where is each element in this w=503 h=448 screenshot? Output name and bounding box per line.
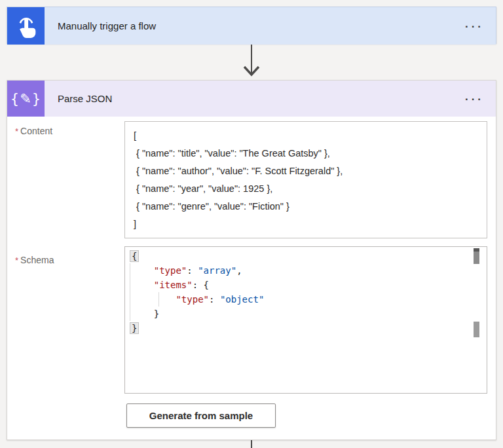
schema-code-line: "type": "object"	[132, 292, 264, 307]
indent-guide	[130, 263, 130, 321]
parse-json-card: {✎} Parse JSON ··· *Content [ { "name": …	[7, 80, 496, 440]
schema-code-line: "items": {	[132, 278, 264, 292]
generate-from-sample-button[interactable]: Generate from sample	[126, 403, 276, 428]
parse-json-card-header[interactable]: {✎} Parse JSON ···	[7, 81, 496, 117]
connector-line	[251, 440, 252, 448]
content-json-line: { "name": "author", "value": "F. Scott F…	[134, 162, 480, 180]
content-json-line: ]	[134, 215, 480, 233]
schema-editor[interactable]: { "type": "array", "items": { "type": "o…	[124, 246, 487, 394]
parse-json-title: Parse JSON	[58, 93, 112, 104]
schema-code-line: }	[132, 321, 264, 335]
content-json-line: [	[134, 127, 480, 145]
schema-scrollbar-thumb[interactable]	[474, 248, 479, 264]
schema-code-line: "type": "array",	[132, 263, 264, 278]
trigger-card-header[interactable]: Manually trigger a flow ···	[7, 7, 496, 45]
trigger-card[interactable]: Manually trigger a flow ···	[7, 7, 496, 44]
content-json-line: { "name": "title", "value": "The Great G…	[134, 145, 480, 162]
schema-code-line: }	[132, 307, 264, 321]
trigger-more-options-icon[interactable]: ···	[465, 20, 484, 32]
parse-json-card-body: *Content [ { "name": "title", "value": "…	[7, 117, 496, 439]
parse-json-more-options-icon[interactable]: ···	[465, 92, 484, 105]
flow-designer-canvas: Manually trigger a flow ··· {✎} Parse JS…	[0, 0, 503, 448]
schema-field-label: *Schema	[15, 255, 54, 265]
manual-trigger-icon	[7, 7, 45, 45]
content-field-label: *Content	[15, 126, 52, 136]
parse-json-icon: {✎}	[7, 81, 45, 117]
content-json-line: { "name": "genre", "value": "Fiction" }	[134, 198, 480, 215]
schema-scrollbar-mark[interactable]	[474, 322, 479, 337]
schema-code[interactable]: { "type": "array", "items": { "type": "o…	[132, 249, 264, 335]
content-input[interactable]: [ { "name": "title", "value": "The Great…	[124, 121, 487, 238]
connector-arrow-icon	[240, 45, 263, 79]
content-required-star: *	[15, 126, 18, 136]
content-json-line: { "name": "year", "value": 1925 },	[134, 180, 480, 198]
parse-json-header-bar[interactable]: Parse JSON ···	[45, 81, 496, 117]
schema-required-star: *	[15, 255, 18, 265]
trigger-header-bar[interactable]: Manually trigger a flow ···	[45, 7, 496, 45]
trigger-title: Manually trigger a flow	[58, 20, 156, 31]
schema-code-line: {	[132, 249, 264, 263]
